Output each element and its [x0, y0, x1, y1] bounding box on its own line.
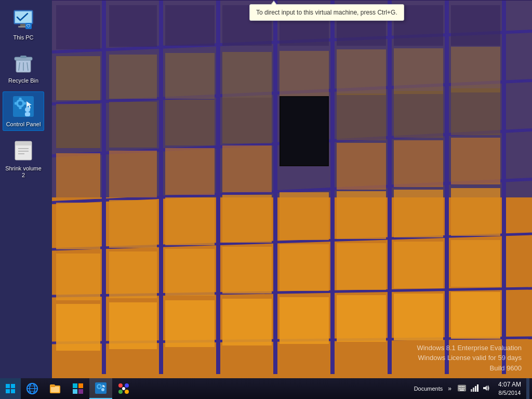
svg-rect-70: [280, 297, 329, 344]
svg-rect-37: [222, 98, 272, 143]
recycle-bin-label: Recycle Bin: [8, 77, 38, 84]
svg-rect-20: [165, 5, 215, 46]
svg-rect-67: [109, 302, 157, 349]
svg-rect-96: [25, 112, 30, 116]
svg-rect-44: [109, 151, 157, 197]
svg-rect-49: [451, 138, 500, 184]
svg-rect-93: [15, 102, 17, 105]
svg-rect-35: [109, 102, 157, 148]
taskbar-control-panel[interactable]: [89, 378, 112, 399]
svg-rect-132: [460, 386, 461, 387]
svg-point-90: [18, 101, 22, 105]
svg-rect-135: [459, 388, 460, 389]
desktop-icons-area: 🛡 This PC Rec: [0, 0, 62, 399]
svg-rect-28: [165, 53, 215, 99]
svg-rect-53: [222, 195, 272, 243]
store-icon: [72, 382, 84, 395]
svg-rect-66: [56, 304, 100, 351]
svg-rect-137: [462, 388, 463, 389]
svg-rect-104: [11, 384, 15, 388]
svg-point-128: [125, 390, 129, 394]
svg-rect-59: [109, 251, 157, 298]
tooltip-text: To direct input to this virtual machine,…: [256, 9, 397, 16]
svg-rect-138: [463, 388, 464, 389]
svg-rect-51: [109, 200, 157, 248]
svg-rect-71: [337, 295, 386, 342]
svg-rect-99: [15, 141, 32, 145]
svg-rect-26: [56, 56, 100, 100]
svg-rect-62: [280, 244, 329, 291]
taskbar-paint[interactable]: [112, 378, 135, 399]
windows-watermark: Windows 8.1 Enterprise Evaluation Window…: [417, 343, 522, 374]
svg-rect-63: [337, 243, 386, 290]
svg-rect-141: [471, 389, 472, 392]
tray-expand-icon: »: [448, 385, 451, 392]
taskbar: Documents »: [0, 378, 532, 399]
taskbar-explorer[interactable]: [44, 378, 66, 399]
svg-rect-117: [78, 383, 83, 388]
svg-rect-55: [337, 191, 386, 239]
svg-rect-36: [165, 100, 215, 145]
svg-rect-106: [11, 389, 15, 393]
control-panel-icon-image: [11, 94, 36, 119]
svg-rect-32: [394, 48, 443, 94]
svg-rect-41: [394, 91, 443, 138]
svg-rect-25: [451, 5, 500, 46]
svg-rect-136: [460, 388, 461, 389]
svg-rect-45: [165, 148, 215, 195]
svg-rect-43: [56, 153, 100, 199]
tray-expand-button[interactable]: »: [446, 383, 454, 394]
svg-rect-105: [6, 389, 10, 393]
tray-network-icon[interactable]: [469, 383, 480, 394]
svg-rect-143: [475, 386, 476, 392]
svg-point-123: [101, 388, 104, 391]
desktop: 🛡 This PC Rec: [0, 0, 532, 399]
svg-rect-64: [394, 242, 443, 288]
tray-keyboard-icon[interactable]: [457, 383, 467, 394]
tray-speaker-icon[interactable]: [482, 383, 491, 394]
paint-icon: [117, 382, 130, 395]
show-desktop-button[interactable]: [526, 378, 529, 399]
svg-rect-65: [451, 240, 500, 287]
system-tray: Documents »: [409, 378, 532, 399]
clock-time: 4:07 AM: [498, 381, 521, 389]
clock-date: 8/5/2014: [499, 389, 521, 396]
svg-rect-144: [477, 384, 478, 392]
control-panel-icon[interactable]: Control Panel: [3, 91, 44, 130]
recycle-bin-icon[interactable]: Recycle Bin: [3, 48, 44, 86]
tray-icons-group: [455, 383, 493, 394]
svg-rect-48: [394, 140, 443, 187]
taskbar-pinned-apps: [21, 378, 409, 399]
shrink-volume-icon-image: [11, 138, 36, 163]
svg-rect-31: [337, 49, 386, 95]
tray-documents-label[interactable]: Documents: [412, 385, 445, 392]
svg-rect-42: [451, 88, 500, 135]
this-pc-icon[interactable]: 🛡 This PC: [3, 5, 44, 43]
svg-rect-39: [281, 97, 328, 165]
this-pc-label: This PC: [13, 34, 33, 41]
svg-rect-27: [109, 55, 157, 99]
svg-rect-46: [222, 145, 272, 192]
taskbar-ie[interactable]: [21, 378, 44, 399]
svg-rect-54: [280, 192, 329, 240]
watermark-line1: Windows 8.1 Enterprise Evaluation: [417, 343, 522, 353]
svg-rect-18: [56, 5, 100, 49]
svg-rect-60: [165, 249, 215, 296]
svg-rect-133: [462, 386, 463, 387]
this-pc-icon-image: 🛡: [11, 7, 36, 32]
svg-rect-40: [337, 94, 386, 140]
svg-rect-33: [451, 47, 500, 92]
svg-point-127: [118, 390, 123, 394]
svg-rect-94: [24, 102, 26, 105]
system-clock[interactable]: 4:07 AM 8/5/2014: [494, 378, 525, 399]
svg-rect-103: [6, 384, 10, 388]
shrink-volume-icon[interactable]: Shrink volume 2: [3, 136, 44, 181]
watermark-line3: Build 9600: [417, 363, 522, 374]
svg-rect-139: [460, 390, 464, 391]
svg-rect-118: [73, 389, 77, 394]
ie-icon: [26, 382, 38, 395]
start-button[interactable]: [0, 378, 21, 399]
explorer-icon: [49, 382, 61, 395]
svg-rect-52: [165, 197, 215, 245]
taskbar-store[interactable]: [66, 378, 89, 399]
